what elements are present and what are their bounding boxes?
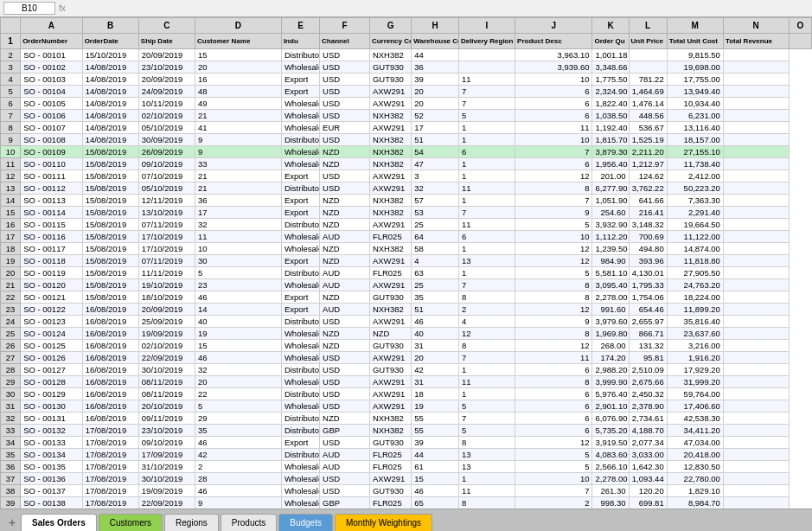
col-c-letter[interactable]: C (138, 18, 195, 34)
table-cell[interactable]: 984.90 (592, 255, 629, 267)
table-cell[interactable]: 6,277.90 (592, 182, 629, 195)
table-cell[interactable]: SO - 00110 (21, 158, 83, 170)
table-cell[interactable]: 13,116.40 (667, 122, 723, 134)
table-cell[interactable]: 11,122.00 (667, 231, 723, 243)
tab-sales-orders[interactable]: Sales Orders (21, 514, 97, 531)
table-cell[interactable]: 25/09/2019 (138, 316, 195, 328)
table-cell[interactable]: 9 (195, 146, 282, 158)
table-cell[interactable]: 2,450.32 (629, 388, 667, 400)
table-row[interactable]: 26SO - 0012516/08/201902/10/201915Wholes… (1, 340, 812, 352)
header-order-date[interactable]: OrderDate (82, 34, 138, 49)
table-cell[interactable]: Wholesale (281, 279, 319, 291)
table-cell[interactable]: Export (281, 291, 319, 304)
table-cell[interactable]: 8 (458, 291, 515, 304)
table-cell[interactable]: 20/10/2019 (138, 400, 195, 413)
table-cell[interactable]: 2,675.66 (629, 376, 667, 388)
table-cell[interactable]: Export (281, 74, 319, 86)
table-cell[interactable]: 17/08/2019 (82, 425, 138, 437)
table-cell[interactable]: 6 (515, 158, 592, 170)
table-cell[interactable]: SO - 00138 (21, 497, 83, 509)
table-cell[interactable]: 5,735.20 (592, 425, 629, 437)
table-cell[interactable]: GBP (320, 497, 370, 509)
table-cell[interactable]: 15 (412, 473, 459, 485)
table-cell[interactable]: 35,816.40 (667, 316, 723, 328)
table-cell[interactable]: 2,278.00 (592, 291, 629, 304)
table-cell[interactable]: 1 (458, 158, 515, 170)
table-row[interactable]: 3SO - 0010214/08/201923/10/201920Wholesa… (1, 61, 812, 74)
table-cell[interactable]: 494.80 (629, 243, 667, 255)
table-cell[interactable]: 7 (458, 207, 515, 219)
table-cell[interactable]: SO - 00135 (21, 461, 83, 473)
table-row[interactable]: 10SO - 0010915/08/201926/09/20199Wholesa… (1, 146, 812, 158)
table-cell[interactable]: 42 (195, 449, 282, 461)
table-cell[interactable]: 09/10/2019 (138, 437, 195, 449)
table-cell[interactable]: NXH382 (369, 134, 411, 146)
table-cell[interactable]: 201.00 (592, 170, 629, 182)
table-cell[interactable]: 8 (515, 279, 592, 291)
table-cell[interactable]: 3 (412, 170, 459, 182)
table-cell[interactable]: 8 (458, 340, 515, 352)
table-cell[interactable]: NZD (320, 195, 370, 207)
table-row[interactable]: 30SO - 0012916/08/201908/11/201922Distri… (1, 388, 812, 400)
table-cell[interactable]: 17,755.00 (667, 74, 723, 86)
table-cell[interactable]: Wholesale (281, 243, 319, 255)
table-cell[interactable]: SO - 00127 (21, 364, 83, 376)
table-cell[interactable]: 15/08/2019 (82, 255, 138, 267)
table-cell[interactable]: 11 (458, 219, 515, 231)
table-cell[interactable]: 24,763.20 (667, 279, 723, 291)
table-cell[interactable]: 15/08/2019 (82, 219, 138, 231)
table-cell[interactable]: FLR025 (369, 449, 411, 461)
table-cell[interactable] (629, 61, 667, 74)
table-cell[interactable]: 1,956.40 (592, 158, 629, 170)
table-cell[interactable]: 52 (412, 110, 459, 122)
table-cell[interactable]: USD (320, 74, 370, 86)
table-row[interactable]: 8SO - 0010714/08/201905/10/201941Wholesa… (1, 122, 812, 134)
table-cell[interactable]: 7 (515, 485, 592, 497)
table-row[interactable]: 32SO - 0013116/08/201909/11/201929Distri… (1, 413, 812, 425)
table-cell[interactable]: 17/10/2019 (138, 243, 195, 255)
table-cell[interactable]: AUD (320, 267, 370, 279)
table-cell[interactable]: AXW291 (369, 473, 411, 485)
table-cell[interactable]: 1,093.44 (629, 473, 667, 485)
table-row[interactable]: 21SO - 0012015/08/201919/10/201923Wholes… (1, 279, 812, 291)
table-cell[interactable]: 15/08/2019 (82, 182, 138, 195)
table-cell[interactable]: 6 (515, 388, 592, 400)
table-cell[interactable]: 15/08/2019 (82, 158, 138, 170)
table-cell[interactable]: 10 (515, 231, 592, 243)
col-d-letter[interactable]: D (195, 18, 282, 34)
table-cell[interactable]: 1,969.80 (592, 328, 629, 340)
table-cell[interactable]: 19/09/2019 (138, 328, 195, 340)
table-cell[interactable]: 5 (458, 110, 515, 122)
table-cell[interactable]: Distributor (281, 364, 319, 376)
table-cell[interactable]: 2 (515, 497, 592, 509)
table-cell[interactable]: NZD (320, 328, 370, 340)
table-row[interactable]: 6SO - 0010514/08/201910/11/201949Wholesa… (1, 98, 812, 110)
table-cell[interactable]: SO - 00121 (21, 291, 83, 304)
table-row[interactable]: 39SO - 0013817/08/201922/09/20199Wholesa… (1, 497, 812, 509)
table-cell[interactable]: 14/08/2019 (82, 134, 138, 146)
table-cell[interactable]: 16/08/2019 (82, 352, 138, 364)
table-cell[interactable]: 6 (515, 425, 592, 437)
table-cell[interactable]: 13/10/2019 (138, 207, 195, 219)
table-cell[interactable]: Wholesale (281, 328, 319, 340)
table-cell[interactable]: 27,155.10 (667, 146, 723, 158)
header-ship-date[interactable]: Ship Date (138, 34, 195, 49)
table-cell[interactable]: 34,411.20 (667, 425, 723, 437)
table-cell[interactable]: Wholesale (281, 146, 319, 158)
table-cell[interactable]: 3,762.22 (629, 182, 667, 195)
table-cell[interactable]: 15/08/2019 (82, 267, 138, 279)
table-cell[interactable]: SO - 00102 (21, 61, 83, 74)
table-cell[interactable]: GUT930 (369, 485, 411, 497)
table-cell[interactable]: USD (320, 388, 370, 400)
col-n-letter[interactable]: N (723, 18, 789, 34)
table-cell[interactable]: 31,999.20 (667, 376, 723, 388)
table-cell[interactable]: 40 (412, 328, 459, 340)
table-cell[interactable]: 19/09/2019 (138, 485, 195, 497)
table-cell[interactable]: 46 (195, 437, 282, 449)
table-cell[interactable]: Wholesale (281, 461, 319, 473)
table-cell[interactable]: 12 (515, 170, 592, 182)
table-cell[interactable]: 11,738.40 (667, 158, 723, 170)
table-cell[interactable]: AUD (320, 304, 370, 316)
table-cell[interactable]: 17/08/2019 (82, 461, 138, 473)
table-cell[interactable]: 6 (515, 400, 592, 413)
